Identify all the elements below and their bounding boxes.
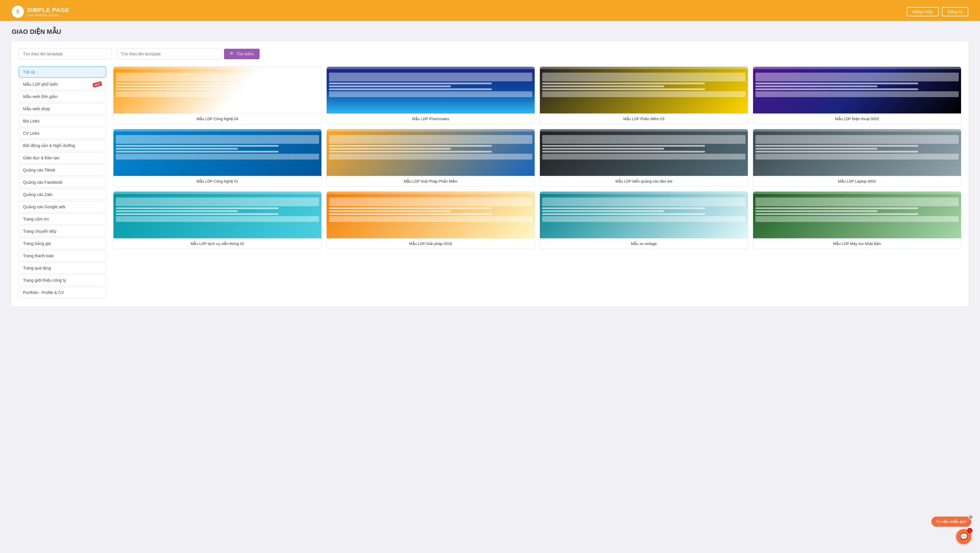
search-left bbox=[19, 48, 112, 59]
close-icon[interactable]: ✕ bbox=[968, 515, 973, 520]
card-image-inner bbox=[113, 192, 321, 238]
card-label: Mẫu LDP Công Nghệ 04 bbox=[113, 113, 321, 124]
sidebar-item-gg-ads[interactable]: Quảng cáo Google ads bbox=[19, 201, 106, 212]
logo-text: SIMPLE PAGE Free Website Builder bbox=[27, 7, 69, 17]
search-button[interactable]: 🔍 Tìm kiếm bbox=[224, 49, 259, 59]
card-label: Mẫu LDP Giải Pháp Phần Mềm bbox=[327, 176, 535, 186]
sidebar-item-all[interactable]: Tất cả bbox=[19, 67, 106, 78]
template-card[interactable]: Mẫu LDP biển quảng cáo đèn led bbox=[539, 129, 748, 187]
logo-icon: S bbox=[12, 6, 24, 18]
card-image bbox=[113, 129, 321, 176]
chat-float: Tư vấn miễn phí! ✕ 💬 1 bbox=[931, 516, 971, 544]
two-col-layout: Tất cảMẫu LDP phổ biếnHOTMẫu web đơn giả… bbox=[19, 67, 961, 299]
sidebar: Tất cảMẫu LDP phổ biếnHOTMẫu web đơn giả… bbox=[19, 67, 106, 299]
sidebar-item-portfolio[interactable]: Portfolio - Profile & CV bbox=[19, 287, 106, 298]
template-card[interactable]: Mẫu LDP Laptop 0002 bbox=[753, 129, 961, 187]
card-image bbox=[327, 192, 535, 238]
template-card[interactable]: Mẫu LDP Giải pháp 0016 bbox=[326, 191, 535, 249]
sidebar-item-facebook[interactable]: Quảng cáo Facebook bbox=[19, 177, 106, 188]
sidebar-item-cv-links[interactable]: CV Links bbox=[19, 128, 106, 139]
card-image-inner bbox=[327, 129, 535, 176]
chat-bubble-text: Tư vấn miễn phí! bbox=[936, 520, 967, 524]
logo: S SIMPLE PAGE Free Website Builder bbox=[12, 6, 69, 18]
card-image-inner bbox=[113, 67, 321, 113]
template-grid: Mẫu LDP Công Nghệ 04 Mẫu LDP Pharmsales … bbox=[113, 67, 961, 249]
card-image-inner bbox=[327, 192, 535, 238]
card-label: Mẫu LDP Máy Ion Nhật Bản bbox=[753, 238, 961, 249]
login-button[interactable]: Đăng nhập bbox=[907, 7, 939, 16]
sidebar-item-web-don-gian[interactable]: Mẫu web đơn giản bbox=[19, 91, 106, 102]
template-card[interactable]: Mẫu LDP Pharmsales bbox=[326, 67, 535, 124]
template-card[interactable]: Mẫu LDP Điện thoại 0002 bbox=[753, 67, 961, 124]
page-title: GIAO DIỆN MẪU bbox=[12, 28, 968, 36]
sidebar-item-bds[interactable]: Bất động sản & Nghỉ dưỡng bbox=[19, 140, 106, 151]
card-image bbox=[327, 67, 535, 113]
template-card[interactable]: Mẫu LDP Giải Pháp Phần Mềm bbox=[326, 129, 535, 187]
logo-subtitle: Free Website Builder bbox=[27, 13, 69, 17]
sidebar-item-zalo[interactable]: Quảng cáo Zalo bbox=[19, 189, 106, 200]
card-label: Mẫu xe vintage bbox=[540, 238, 748, 249]
card-image-inner bbox=[753, 129, 961, 176]
chat-badge: 1 bbox=[967, 528, 972, 533]
card-image bbox=[540, 192, 748, 238]
sidebar-item-ldp-pho-bien[interactable]: Mẫu LDP phổ biếnHOT bbox=[19, 79, 106, 90]
sidebar-item-web-shop[interactable]: Mẫu web shop bbox=[19, 103, 106, 114]
sidebar-item-tiktok[interactable]: Quảng cáo Tiktok bbox=[19, 165, 106, 176]
card-image bbox=[753, 129, 961, 176]
card-label: Mẫu LDP dịch vụ viễn thông 02 bbox=[113, 238, 321, 249]
template-card[interactable]: Mẫu LDP Công Nghệ 04 bbox=[113, 67, 322, 124]
sidebar-item-thanh-toan[interactable]: Trang thanh toán bbox=[19, 250, 106, 261]
template-card[interactable]: Mẫu LDP Phần Mềm 03 bbox=[539, 67, 748, 124]
card-image-inner bbox=[540, 192, 748, 238]
logo-title: SIMPLE PAGE bbox=[27, 7, 69, 13]
card-image-inner bbox=[540, 129, 748, 176]
card-image-inner bbox=[753, 67, 961, 113]
card-label: Mẫu LDP Phần Mềm 03 bbox=[540, 113, 748, 124]
card-image-inner bbox=[327, 67, 535, 113]
header-buttons: Đăng nhập Đăng ký bbox=[907, 7, 968, 16]
sidebar-item-gioi-thieu[interactable]: Trang giới thiệu công ty bbox=[19, 275, 106, 286]
register-button[interactable]: Đăng ký bbox=[942, 7, 968, 16]
card-image-inner bbox=[113, 129, 321, 176]
card-image bbox=[753, 192, 961, 238]
card-label: Mẫu LDP Giải pháp 0016 bbox=[327, 238, 535, 249]
sidebar-item-giao-duc[interactable]: Giáo dục & Đào tạo bbox=[19, 152, 106, 163]
card-label: Mẫu LDP Điện thoại 0002 bbox=[753, 113, 961, 124]
chat-avatar[interactable]: 💬 1 bbox=[956, 529, 971, 544]
search-icon: 🔍 bbox=[230, 52, 235, 56]
search-input-left[interactable] bbox=[19, 48, 112, 59]
grid-area: Mẫu LDP Công Nghệ 04 Mẫu LDP Pharmsales … bbox=[113, 67, 961, 299]
card-image bbox=[540, 67, 748, 113]
card-image bbox=[753, 67, 961, 113]
card-image bbox=[540, 129, 748, 176]
card-image bbox=[113, 67, 321, 113]
card-label: Mẫu LDP biển quảng cáo đèn led bbox=[540, 176, 748, 186]
search-input-right[interactable] bbox=[117, 48, 222, 59]
sidebar-item-cam-on[interactable]: Trang cảm ơn bbox=[19, 213, 106, 224]
chat-bubble[interactable]: Tư vấn miễn phí! ✕ bbox=[931, 516, 971, 527]
template-card[interactable]: Mẫu LDP Máy Ion Nhật Bản bbox=[753, 191, 961, 249]
card-label: Mẫu LDP Laptop 0002 bbox=[753, 176, 961, 186]
main-content: GIAO DIỆN MẪU 🔍 Tìm kiếm Tất cảMẫu LDP p… bbox=[0, 21, 980, 313]
top-bar bbox=[0, 0, 980, 2]
sidebar-item-bang-gia[interactable]: Trang bảng giá bbox=[19, 238, 106, 249]
card-image-inner bbox=[753, 192, 961, 238]
search-btn-label: Tìm kiếm bbox=[237, 52, 254, 56]
sidebar-item-bio-links[interactable]: Bio Links bbox=[19, 116, 106, 127]
template-card[interactable]: Mẫu LDP dịch vụ viễn thông 02 bbox=[113, 191, 322, 249]
content-area: 🔍 Tìm kiếm Tất cảMẫu LDP phổ biếnHOTMẫu … bbox=[12, 41, 968, 306]
sidebar-item-chuyen-tiep[interactable]: Trang chuyển tiếp bbox=[19, 226, 106, 237]
card-image-inner bbox=[540, 67, 748, 113]
card-label: Mẫu LDP Pharmsales bbox=[327, 113, 535, 124]
card-label: Mẫu LDP Công Nghệ 01 bbox=[113, 176, 321, 186]
sidebar-item-qua-tang[interactable]: Trang quà tặng bbox=[19, 262, 106, 273]
template-card[interactable]: Mẫu LDP Công Nghệ 01 bbox=[113, 129, 322, 187]
hot-badge: HOT bbox=[92, 81, 102, 88]
search-row: 🔍 Tìm kiếm bbox=[19, 48, 961, 59]
card-image bbox=[113, 192, 321, 238]
card-image bbox=[327, 129, 535, 176]
template-card[interactable]: Mẫu xe vintage bbox=[539, 191, 748, 249]
search-right: 🔍 Tìm kiếm bbox=[117, 48, 259, 59]
header: S SIMPLE PAGE Free Website Builder Đăng … bbox=[0, 2, 980, 21]
